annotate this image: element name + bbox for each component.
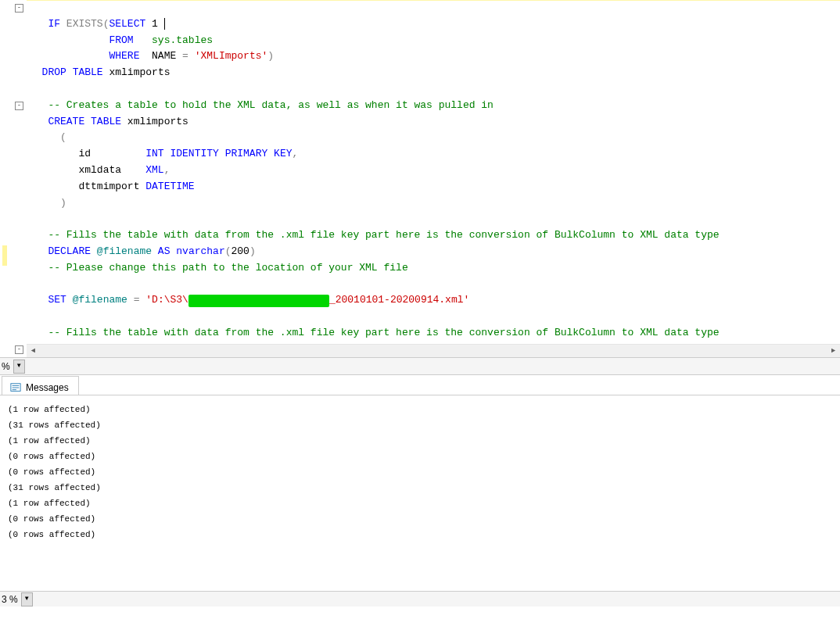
- redaction-mark: [188, 295, 329, 307]
- messages-icon: [10, 382, 21, 393]
- kw-declare: DECLARE: [48, 245, 91, 257]
- tab-messages-label: Messages: [26, 382, 69, 393]
- kw-create: CREATE: [48, 116, 84, 127]
- zoom-dropdown-button[interactable]: ▼: [13, 360, 25, 374]
- message-line: (31 rows affected): [8, 417, 832, 433]
- bottom-zoom-row: 3 % ▼: [0, 591, 840, 606]
- kw-drop: DROP: [42, 66, 66, 78]
- variable: @filename: [97, 245, 152, 257]
- text-cursor: [164, 18, 165, 30]
- change-marker: [2, 245, 7, 266]
- messages-pane[interactable]: (1 row affected) (31 rows affected) (1 r…: [0, 395, 840, 591]
- fn-exists: EXISTS: [66, 18, 103, 30]
- kw-set: SET: [48, 294, 66, 306]
- scroll-right-icon[interactable]: ►: [827, 345, 840, 358]
- message-line: (31 rows affected): [8, 480, 832, 496]
- message-line: (1 row affected): [8, 433, 832, 449]
- variable: @filename: [73, 294, 127, 306]
- comment: -- Please change this path to the locati…: [48, 262, 407, 274]
- message-line: (1 row affected): [8, 402, 832, 417]
- string-literal: 'D:\S3\: [145, 294, 188, 306]
- kw-if: IF: [48, 18, 60, 30]
- sys-tables: sys.tables: [152, 34, 213, 46]
- comment: -- Creates a table to hold the XML data,…: [48, 99, 494, 111]
- fold-toggle-icon[interactable]: -: [15, 345, 23, 354]
- fold-toggle-icon[interactable]: -: [15, 4, 23, 13]
- zoom-dropdown-button-bottom[interactable]: ▼: [21, 592, 33, 606]
- comment: -- Fills the table with data from the .x…: [48, 229, 719, 241]
- message-line: (1 row affected): [8, 496, 832, 511]
- string-literal: 'XMLImports': [195, 50, 268, 62]
- zoom-control-row: % ▼: [0, 358, 840, 375]
- scroll-left-icon[interactable]: ◄: [27, 345, 40, 358]
- code-content[interactable]: IF EXISTS(SELECT 1 FROM sys.tables WHERE…: [27, 0, 840, 358]
- kw-where: WHERE: [109, 50, 139, 62]
- message-line: (0 rows affected): [8, 511, 832, 527]
- comment: -- Fills the table with data from the .x…: [48, 327, 719, 338]
- fold-toggle-icon[interactable]: -: [15, 102, 23, 110]
- zoom-label-bottom: 3 %: [0, 594, 21, 605]
- tab-messages[interactable]: Messages: [2, 376, 79, 395]
- results-tabstrip: Messages: [0, 375, 840, 395]
- zoom-label: %: [0, 361, 13, 372]
- kw-from: FROM: [109, 34, 133, 46]
- message-line: (0 rows affected): [8, 527, 832, 542]
- message-line: (0 rows affected): [8, 464, 832, 480]
- message-line: (0 rows affected): [8, 449, 832, 464]
- sql-editor[interactable]: - - - IF EXISTS(SELECT 1 FROM sys.tables…: [0, 0, 840, 358]
- kw-select: SELECT: [109, 18, 145, 30]
- horizontal-scrollbar[interactable]: ◄ ►: [27, 344, 840, 357]
- editor-gutter: - - -: [0, 0, 27, 357]
